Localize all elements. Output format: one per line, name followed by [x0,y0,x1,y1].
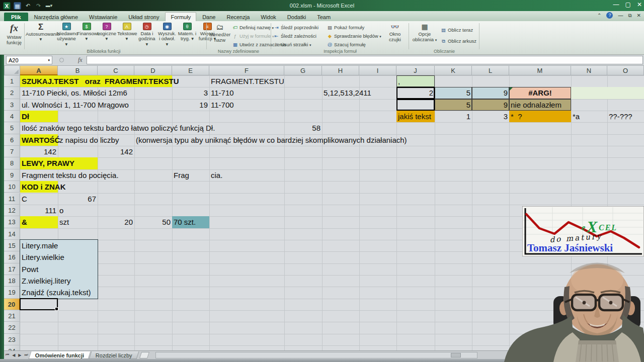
cell-D6[interactable]: (konwersja typu aby uniknąć błędów w co … [134,134,172,146]
row-header-14[interactable]: 14 [4,228,20,240]
cell-A4[interactable]: Dł [20,111,58,122]
cell-K4[interactable]: 1 [435,111,472,122]
column-header-D[interactable]: D [134,66,172,75]
cell-A6[interactable]: WARTOŚĆ [20,134,58,146]
row-header-7[interactable]: 7 [4,146,20,157]
trace-precedents-button[interactable]: ⇥Śledź poprzedniki [274,25,318,30]
cell-A12[interactable]: 111 [20,205,58,216]
calc-sheet-button[interactable]: ⧉Oblicz arkusz [441,38,476,44]
cell-L3[interactable]: 9 [472,99,509,111]
row-header-2[interactable]: 2 [4,87,20,99]
cell-A11[interactable]: C [20,193,58,205]
column-header-A[interactable]: A [20,66,58,75]
cell-G5[interactable]: 58 [284,122,322,134]
cell-F9[interactable]: cia. [209,169,284,181]
row-header-21[interactable]: 21 [4,310,20,322]
row-header-17[interactable]: 17 [4,263,20,275]
cell-E3[interactable]: 19 [172,99,209,111]
row-header-1[interactable]: 1 [4,75,20,87]
tab-plik[interactable]: Plik [4,13,28,21]
cell-A18[interactable]: Z.wielkiej.litery [20,275,98,287]
insert-worksheet-icon[interactable] [139,352,149,358]
last-sheet-icon[interactable]: ⏭ [25,352,28,357]
column-header-C[interactable]: C [98,66,134,75]
matem-i-tryg--button[interactable]: θMatem. i tryg. ▾ [177,23,197,47]
tab-dane[interactable]: Dane [197,13,220,21]
cell-C7[interactable]: 142 [98,146,134,157]
namebox-dropdown-icon[interactable]: ▾ [48,58,50,62]
column-header-L[interactable]: L [472,66,509,75]
tab-narz-dzia-g-wne[interactable]: Narzędzia główne [29,13,83,21]
tab-wstawianie[interactable]: Wstawianie [84,13,122,21]
cell-A5[interactable]: Ilość znaków tego tekstu bardzo łatwo po… [20,122,58,134]
cell-E2[interactable]: 3 [172,87,209,99]
row-header-16[interactable]: 16 [4,251,20,263]
column-header-N[interactable]: N [571,66,607,75]
calc-options-button[interactable]: ▦ Opcje obliczania ▾ [412,23,438,43]
row-header-22[interactable]: 22 [4,322,20,333]
cell-H2[interactable]: 5,12,513,2411 [322,87,359,99]
cell-A8[interactable]: LEWY, PRAWY [20,157,98,169]
column-header-F[interactable]: F [209,66,284,75]
evaluate-formula-button[interactable]: @Szacuj formułę [327,42,366,47]
cell-J3[interactable] [396,99,435,111]
column-header-B[interactable]: B [58,66,98,75]
row-header-20[interactable]: 20 [4,299,20,310]
finansowe-button[interactable]: $Finansowe ▾ [76,23,97,47]
row-header-12[interactable]: 12 [4,205,20,216]
row-header-19[interactable]: 19 [4,287,20,298]
select-all-corner[interactable] [4,66,20,75]
error-checking-button[interactable]: ◆Sprawdzanie błędów ▾ [327,33,381,39]
row-header-3[interactable]: 3 [4,99,20,111]
row-header-24[interactable]: 24 [4,345,20,350]
show-formulas-button[interactable]: ▤Pokaż formuły [327,25,364,30]
cell-A16[interactable]: Litery.wielkie [20,251,98,263]
cell-A15[interactable]: Litery.małe [20,240,98,251]
row-header-11[interactable]: 11 [4,193,20,205]
help-icon[interactable]: ? [606,12,613,19]
horizontal-scrollbar[interactable] [155,352,477,358]
cell-A13[interactable]: & [20,216,58,228]
selection-A20[interactable] [20,298,58,310]
tab-uk-ad-strony[interactable]: Układ strony [123,13,164,21]
column-header-K[interactable]: K [435,66,472,75]
cell-B6[interactable]: z napisu do liczby [58,134,98,146]
row-header-8[interactable]: 8 [4,157,20,169]
cell-B13[interactable]: szt [58,216,98,228]
cell-A10[interactable]: KOD i ZNAK [20,181,58,193]
data-i-godzina-button[interactable]: ◷Data i godzina ▾ [137,23,157,47]
remove-arrows-button[interactable]: ↯Usuń strzałki ▾ [274,42,311,47]
name-box[interactable]: A20▾ [6,56,52,64]
row-header-13[interactable]: 13 [4,216,20,228]
autosumowanie-button[interactable]: ΣAutosumowanie ▾ [25,23,56,47]
cell-L2[interactable]: 9 [472,87,509,99]
wyszuk-i-odwoł--button[interactable]: ◉Wyszuk. i odwoł. ▾ [157,23,177,47]
cell-M2[interactable]: #ARG! [509,87,571,99]
doc-close-icon[interactable]: ✕ [637,13,641,18]
name-manager-button[interactable]: 🗂 Menedżer nazw [208,23,231,43]
column-header-E[interactable]: E [172,66,209,75]
row-header-5[interactable]: 5 [4,122,20,134]
cell-A7[interactable]: 142 [20,146,58,157]
cell-A1[interactable]: SZUKAJ.TEKST oraz FRAGMENT.TEKSTU [20,75,172,87]
column-header-O[interactable]: O [607,66,644,75]
column-header-M[interactable]: M [509,66,571,75]
minimize-button[interactable]: — [613,1,619,8]
cell-F3[interactable]: 11-700 [209,99,284,111]
cell-E13[interactable]: 70 szt. [172,216,209,228]
cell-M3[interactable]: nie odnalazłem [509,99,571,111]
cell-N2[interactable] [571,87,644,99]
doc-minimize-icon[interactable]: — [618,13,623,18]
hscroll-thumb[interactable] [451,353,461,357]
sheet-tab-omówienie-funkcji[interactable]: Omówienie funkcji [28,351,91,359]
cell-K2[interactable]: 5 [435,87,472,99]
cell-O4[interactable]: ??-??? [607,111,644,122]
define-name-button[interactable]: 🏷Definiuj nazwę ▾ [232,25,274,30]
sheet-tab-rozdziel-liczby[interactable]: Rozdziel liczby [89,351,139,359]
cell-N4[interactable]: *a [571,111,607,122]
maximize-button[interactable]: ▢ [625,1,631,8]
watch-window-button[interactable]: 👓 Okno czujki [383,23,407,43]
logiczne-button[interactable]: ?Logiczne ▾ [97,23,117,47]
use-in-formula-button[interactable]: ƒUżyj w formule ▾ [232,33,274,39]
cell-E9[interactable]: Frag [172,169,209,181]
